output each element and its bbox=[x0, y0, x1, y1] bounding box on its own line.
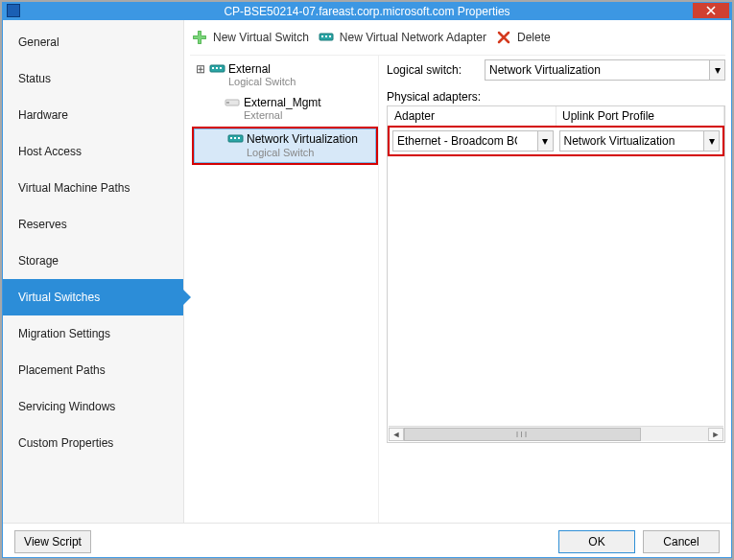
sidebar-item-migration-settings[interactable]: Migration Settings bbox=[3, 315, 183, 352]
sidebar-item-general[interactable]: General bbox=[3, 24, 183, 60]
chevron-down-icon[interactable]: ▾ bbox=[537, 131, 553, 151]
sidebar-item-host-access[interactable]: Host Access bbox=[3, 133, 183, 170]
body-columns: ⊞ External Logical Switch bbox=[190, 56, 725, 523]
node-sub: Logical Switch bbox=[228, 76, 296, 88]
sidebar-item-placement-paths[interactable]: Placement Paths bbox=[3, 352, 183, 388]
plus-icon bbox=[192, 30, 207, 45]
close-icon bbox=[706, 6, 716, 15]
content-area: General Status Hardware Host Access Virt… bbox=[3, 20, 731, 523]
scroll-left-button[interactable]: ◄ bbox=[389, 428, 404, 441]
physical-adapters-label: Physical adapters: bbox=[387, 90, 725, 104]
node-label: Network Virtualization bbox=[247, 132, 358, 146]
uplink-combo[interactable]: Network Virtualization ▾ bbox=[559, 130, 721, 152]
tree-node-network-virtualization[interactable]: Network Virtualization Logical Switch bbox=[194, 128, 376, 163]
toolbar: New Virtual Switch New Virtual Network A… bbox=[190, 24, 725, 56]
titlebar[interactable]: CP-BSE50214-07.fareast.corp.microsoft.co… bbox=[3, 3, 731, 20]
chevron-down-icon[interactable]: ▾ bbox=[709, 60, 724, 80]
uplink-value: Network Virtualization bbox=[564, 134, 675, 148]
annotation-highlight: Network Virtualization Logical Switch bbox=[192, 127, 378, 165]
svg-rect-13 bbox=[226, 102, 229, 104]
sidebar-item-vm-paths[interactable]: Virtual Machine Paths bbox=[3, 170, 183, 206]
chevron-down-icon[interactable]: ▾ bbox=[703, 131, 719, 151]
sidebar-item-reserves[interactable]: Reserves bbox=[3, 206, 183, 243]
adapter-row: Ethernet - Broadcom BCN ▾ Network Virtua… bbox=[389, 127, 723, 155]
new-virtual-switch-button[interactable]: New Virtual Switch bbox=[192, 30, 309, 45]
switch-icon bbox=[227, 134, 243, 144]
main-panel: New Virtual Switch New Virtual Network A… bbox=[184, 20, 731, 523]
svg-rect-7 bbox=[329, 35, 331, 37]
node-label: External_Mgmt bbox=[244, 96, 321, 109]
new-virtual-network-adapter-button[interactable]: New Virtual Network Adapter bbox=[319, 30, 486, 45]
details-panel: Logical switch: Network Virtualization ▾… bbox=[378, 56, 725, 523]
physical-adapters-table: Adapter Uplink Port Profile Ethernet - B… bbox=[387, 105, 725, 443]
sidebar-item-servicing-windows[interactable]: Servicing Windows bbox=[3, 388, 183, 425]
delete-x-icon bbox=[496, 30, 511, 45]
cancel-button[interactable]: Cancel bbox=[643, 530, 720, 553]
logical-switch-value: Network Virtualization bbox=[489, 63, 601, 77]
window-close-button[interactable] bbox=[693, 3, 729, 18]
adapter-combo[interactable]: Ethernet - Broadcom BCN ▾ bbox=[392, 130, 554, 152]
logical-switch-label: Logical switch: bbox=[387, 63, 477, 77]
node-label: External bbox=[228, 62, 296, 76]
svg-rect-17 bbox=[238, 137, 240, 139]
sidebar-item-custom-properties[interactable]: Custom Properties bbox=[3, 425, 183, 461]
view-script-button[interactable]: View Script bbox=[14, 530, 91, 553]
sidebar-item-storage[interactable]: Storage bbox=[3, 243, 183, 279]
ok-button[interactable]: OK bbox=[558, 530, 635, 553]
horizontal-scrollbar[interactable]: ◄ III ► bbox=[389, 426, 723, 441]
sidebar-item-hardware[interactable]: Hardware bbox=[3, 97, 183, 133]
svg-rect-3 bbox=[194, 36, 206, 39]
adapter-value: Ethernet - Broadcom BCN bbox=[397, 134, 517, 148]
column-adapter[interactable]: Adapter bbox=[389, 106, 556, 127]
column-uplink-profile[interactable]: Uplink Port Profile bbox=[556, 106, 724, 127]
expander-icon[interactable]: ⊞ bbox=[196, 62, 205, 76]
scroll-thumb[interactable]: III bbox=[404, 428, 641, 441]
delete-button[interactable]: Delete bbox=[496, 30, 551, 45]
sidebar-item-status[interactable]: Status bbox=[3, 60, 183, 97]
scroll-track[interactable]: III bbox=[404, 428, 708, 441]
switch-icon bbox=[209, 64, 225, 74]
footer: View Script OK Cancel bbox=[3, 523, 731, 559]
svg-rect-11 bbox=[220, 67, 222, 69]
properties-window: CP-BSE50214-07.fareast.corp.microsoft.co… bbox=[2, 2, 732, 558]
svg-rect-5 bbox=[321, 35, 323, 37]
system-menu-icon[interactable] bbox=[7, 4, 20, 17]
tree-node-external-mgmt[interactable]: External_Mgmt External bbox=[192, 93, 378, 126]
svg-rect-15 bbox=[230, 137, 232, 139]
sidebar-item-virtual-switches[interactable]: Virtual Switches bbox=[3, 279, 183, 315]
svg-rect-16 bbox=[234, 137, 236, 139]
node-sub: Logical Switch bbox=[247, 147, 358, 159]
logical-switch-row: Logical switch: Network Virtualization ▾ bbox=[387, 59, 725, 81]
node-sub: External bbox=[244, 109, 321, 122]
network-adapter-icon bbox=[319, 30, 334, 45]
sidebar: General Status Hardware Host Access Virt… bbox=[3, 20, 184, 523]
svg-rect-10 bbox=[216, 67, 218, 69]
switch-tree: ⊞ External Logical Switch bbox=[190, 56, 378, 523]
logical-switch-combo[interactable]: Network Virtualization ▾ bbox=[485, 59, 725, 81]
svg-rect-6 bbox=[325, 35, 327, 37]
svg-rect-9 bbox=[212, 67, 214, 69]
scroll-right-button[interactable]: ► bbox=[708, 428, 723, 441]
adapter-icon bbox=[225, 98, 240, 107]
tree-node-external[interactable]: ⊞ External Logical Switch bbox=[192, 59, 378, 92]
window-title: CP-BSE50214-07.fareast.corp.microsoft.co… bbox=[224, 5, 509, 18]
